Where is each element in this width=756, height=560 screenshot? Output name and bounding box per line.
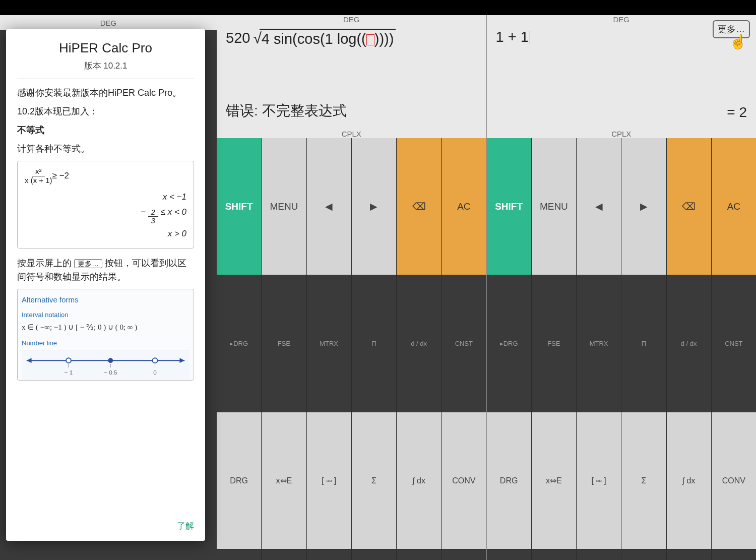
- cursor-right-button[interactable]: ▶: [352, 138, 396, 275]
- keypad-a: SHIFTMENU◀▶⌫AC▸DRGFSEMTRXΠd / dxCNSTDRGx…: [217, 138, 486, 560]
- ac-button[interactable]: AC: [712, 138, 756, 275]
- r2-hint-2: MTRX: [577, 275, 621, 412]
- alt-sub2: Number line: [22, 338, 190, 348]
- status-deg-left-bg: DEG: [0, 15, 217, 30]
- result-value-b: = 2: [727, 104, 747, 120]
- ex-ge: ≥ −2: [52, 169, 69, 182]
- display-a[interactable]: 520 √ 4 sin(cos(1 log(()))): [217, 24, 486, 84]
- svg-point-4: [108, 358, 113, 363]
- r3-hint-3: tan⁻¹: [352, 549, 396, 560]
- dialog-body: 感谢你安装最新版本的HiPER Calc Pro。 10.2版本现已加入： 不等…: [17, 86, 194, 514]
- dialog-divider: [17, 79, 194, 79]
- r2-hint-4: d / dx: [397, 275, 441, 412]
- feature-title: 不等式: [17, 125, 44, 135]
- alt-expr: x ∈ ( −∞; −1 ) ∪ [ − ⅔; 0 ) ∪ ( 0; ∞ ): [22, 322, 190, 333]
- ac-button[interactable]: AC: [442, 138, 486, 275]
- r2-hint-5: CNST: [442, 275, 486, 412]
- changelog-dialog: HiPER Calc Pro 版本 10.2.1 感谢你安装最新版本的HiPER…: [6, 29, 205, 541]
- ex-l1: x < −1: [25, 191, 186, 204]
- caret: [530, 31, 530, 44]
- intro-text: 10.2版本现已加入：: [17, 105, 194, 118]
- cplx-a: CPLX: [217, 130, 486, 138]
- dialog-ok-button[interactable]: 了解: [177, 521, 194, 531]
- delete-button[interactable]: ⌫: [397, 138, 441, 275]
- result-b: = 2: [487, 84, 757, 130]
- cursor-left-button[interactable]: ◀: [577, 138, 621, 275]
- dialog-title: HiPER Calc Pro: [17, 40, 194, 56]
- r2-btn-3[interactable]: Σ: [352, 412, 396, 549]
- r2-hint-0: ▸DRG: [217, 275, 261, 412]
- menu-button[interactable]: MENU: [262, 138, 306, 275]
- r2-hint-4: d / dx: [667, 275, 711, 412]
- r2-hint-5: CNST: [712, 275, 756, 412]
- error-text: 错误: 不完整表达式: [226, 101, 347, 120]
- dialog-footer: 了解: [17, 514, 194, 532]
- cursor-right-button[interactable]: ▶: [621, 138, 666, 275]
- svg-text:− 0.5: − 0.5: [104, 369, 117, 376]
- r2-hint-0: ▸DRG: [487, 275, 531, 412]
- sqrt-a: 4 sin(cos(1 log((: [262, 31, 366, 47]
- thanks-text: 感谢你安装最新版本的HiPER Calc Pro。: [17, 86, 194, 100]
- r2-btn-4[interactable]: ∫ dx: [667, 412, 711, 549]
- ex-l3: x > 0: [25, 227, 186, 240]
- r2-hint-1: FSE: [262, 275, 306, 412]
- delete-button[interactable]: ⌫: [667, 138, 711, 275]
- svg-point-5: [153, 358, 158, 363]
- calc-left: DEG 520 √ 4 sin(cos(1 log(()))) 错误: 不完整表…: [217, 15, 487, 560]
- cursor-placeholder: [366, 34, 374, 45]
- r2-btn-3[interactable]: Σ: [621, 412, 666, 549]
- svg-text:0: 0: [153, 369, 157, 376]
- r3-hint-2: cos⁻¹: [577, 549, 621, 560]
- r3-hint-0: hyp: [487, 549, 531, 560]
- inequality-example: x² x (x + 1) ≥ −2 x < −1 − 23 ≤ x < 0 x …: [17, 161, 194, 248]
- r3-hint-0: hyp: [217, 549, 261, 560]
- r3-hint-5: logₓ y: [712, 549, 756, 560]
- r2-btn-1[interactable]: x⇔E: [532, 412, 576, 549]
- alt-header: Alternative forms: [22, 294, 190, 306]
- expression-b: 1 + 1: [496, 29, 747, 45]
- r2-btn-0[interactable]: DRG: [217, 412, 261, 549]
- svg-marker-1: [27, 358, 32, 363]
- para2: 按显示屏上的 更多… 按钮，可以看到以区间符号和数轴显示的结果。: [17, 257, 194, 284]
- svg-marker-2: [179, 358, 184, 363]
- sqrt-b: )))): [374, 31, 394, 47]
- r2-btn-2[interactable]: [ ▫▫ ]: [307, 412, 351, 549]
- r2-hint-3: Π: [621, 275, 666, 412]
- hand-pointer-icon: ☝: [729, 33, 747, 50]
- feature-desc: 计算各种不等式。: [17, 142, 194, 156]
- alt-sub1: Interval notation: [22, 310, 190, 320]
- r2-btn-2[interactable]: [ ▫▫ ]: [577, 412, 621, 549]
- r2-hint-3: Π: [352, 275, 396, 412]
- r3-hint-5: logₓ y: [442, 549, 486, 560]
- ex-l2: − 23 ≤ x < 0: [25, 206, 186, 225]
- more-pill-inline: 更多…: [74, 259, 102, 268]
- number-line: − 1 − 0.5 0: [22, 350, 190, 380]
- cursor-left-button[interactable]: ◀: [307, 138, 351, 275]
- sqrt-expr: √ 4 sin(cos(1 log(()))): [253, 29, 396, 47]
- cplx-b: CPLX: [487, 130, 757, 138]
- r3-hint-4: ∠: [667, 549, 711, 560]
- r2-hint-2: MTRX: [307, 275, 351, 412]
- shift-button[interactable]: SHIFT: [217, 138, 261, 275]
- r2-btn-0[interactable]: DRG: [487, 412, 531, 549]
- r3-hint-3: tan⁻¹: [621, 549, 666, 560]
- expression-a: 520 √ 4 sin(cos(1 log(()))): [226, 29, 477, 47]
- r2-btn-4[interactable]: ∫ dx: [397, 412, 441, 549]
- r3-hint-1: sin⁻¹: [262, 549, 306, 560]
- r2-btn-5[interactable]: CONV: [712, 412, 756, 549]
- expr-b: 1 + 1: [496, 29, 529, 45]
- calc-right: DEG 1 + 1 = 2 CPLX SHIFTMENU◀▶⌫AC▸DRGFSE…: [487, 15, 757, 560]
- expr-prefix: 520: [226, 30, 250, 46]
- r3-hint-1: sin⁻¹: [532, 549, 576, 560]
- svg-text:− 1: − 1: [65, 369, 73, 376]
- keypad-b: SHIFTMENU◀▶⌫AC▸DRGFSEMTRXΠd / dxCNSTDRGx…: [487, 138, 757, 560]
- status-deg-a: DEG: [217, 15, 486, 24]
- example-fraction: x² x (x + 1): [25, 167, 52, 184]
- r2-btn-5[interactable]: CONV: [442, 412, 486, 549]
- menu-button[interactable]: MENU: [532, 138, 576, 275]
- r3-hint-2: cos⁻¹: [307, 549, 351, 560]
- r2-btn-1[interactable]: x⇔E: [262, 412, 306, 549]
- r3-hint-4: ∠: [397, 549, 441, 560]
- shift-button[interactable]: SHIFT: [487, 138, 531, 275]
- r2-hint-1: FSE: [532, 275, 576, 412]
